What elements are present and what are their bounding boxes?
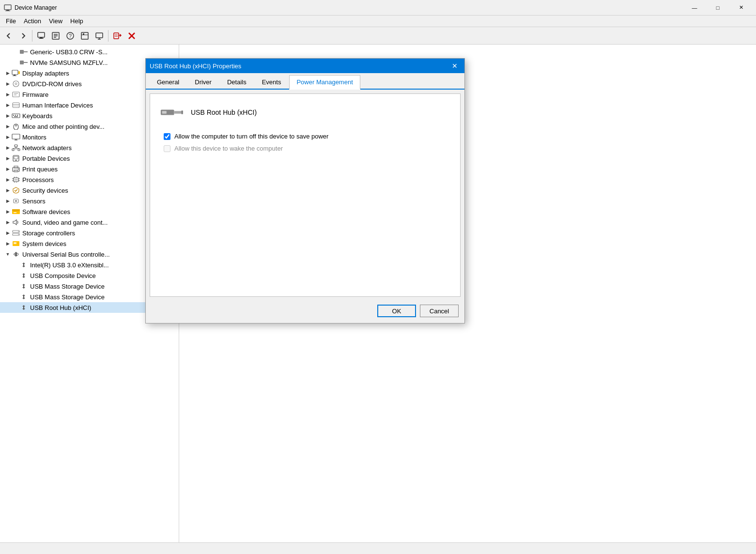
- svg-rect-26: [24, 62, 28, 63]
- label-security: Security devices: [22, 187, 68, 194]
- dialog-content: USB Root Hub (xHCI) Allow the computer t…: [150, 93, 461, 297]
- icon-generic-usb: [19, 47, 28, 56]
- expand-firmware: ▶: [4, 91, 12, 98]
- label-usb-mass2: USB Mass Storage Device: [30, 293, 105, 301]
- svg-rect-91: [174, 111, 183, 114]
- minimize-button[interactable]: —: [683, 0, 706, 15]
- expand-hid: ▶: [4, 101, 12, 109]
- icon-hid: [12, 101, 20, 109]
- svg-rect-44: [17, 115, 18, 116]
- svg-rect-28: [14, 75, 15, 76]
- icon-usb-mass1: [19, 282, 28, 291]
- svg-rect-54: [18, 149, 20, 151]
- label-mice: Mice and other pointing dev...: [22, 123, 105, 130]
- checkbox-row-allow-wake[interactable]: Allow this device to wake the computer: [164, 145, 450, 152]
- svg-rect-25: [20, 61, 24, 64]
- cancel-button[interactable]: Cancel: [420, 305, 459, 317]
- scan-button[interactable]: [78, 29, 92, 43]
- help-button[interactable]: ?: [63, 29, 77, 43]
- svg-rect-14: [83, 33, 84, 35]
- svg-rect-86: [14, 242, 16, 244]
- label-allow-wake: Allow this device to wake the computer: [174, 145, 283, 152]
- label-network: Network adapters: [22, 144, 72, 152]
- svg-point-88: [14, 254, 15, 255]
- icon-monitors: [12, 133, 20, 141]
- expand-system: ▶: [4, 240, 12, 247]
- label-hid: Human Interface Devices: [22, 102, 93, 109]
- label-software: Software devices: [22, 208, 70, 215]
- icon-system: [12, 239, 20, 248]
- checkbox-row-allow-off[interactable]: Allow the computer to turn off this devi…: [164, 133, 450, 140]
- svg-point-64: [18, 169, 19, 169]
- menu-action[interactable]: Action: [20, 16, 45, 26]
- dialog-footer: OK Cancel: [146, 301, 464, 323]
- svg-rect-29: [13, 76, 16, 76]
- svg-marker-80: [13, 220, 16, 225]
- tab-driver[interactable]: Driver: [187, 75, 219, 89]
- expand-usb-mass1: [12, 282, 19, 290]
- maximize-button[interactable]: □: [707, 0, 729, 15]
- svg-point-84: [18, 234, 19, 235]
- back-button[interactable]: [2, 29, 15, 43]
- checkbox-allow-wake[interactable]: [164, 145, 170, 152]
- label-nvme: NVMe SAMSUNG MZFLV...: [30, 59, 108, 66]
- close-button[interactable]: ✕: [730, 0, 752, 15]
- dialog-close-button[interactable]: ✕: [449, 60, 461, 72]
- tab-events[interactable]: Events: [255, 75, 289, 89]
- label-sound: Sound, video and game cont...: [22, 219, 108, 226]
- menu-file[interactable]: File: [2, 16, 20, 26]
- svg-rect-42: [13, 115, 14, 116]
- icon-nvme: [19, 58, 28, 67]
- icon-security: [12, 186, 20, 195]
- label-firmware: Firmware: [22, 91, 48, 98]
- checkbox-allow-off[interactable]: [164, 133, 170, 140]
- svg-line-56: [13, 148, 16, 149]
- device-name-text: USB Root Hub (xHCI): [191, 108, 257, 116]
- icon-print: [12, 165, 20, 173]
- label-sensors: Sensors: [22, 198, 46, 205]
- expand-intel-usb: [12, 261, 19, 269]
- dialog-title: USB Root Hub (xHCI) Properties: [150, 62, 449, 70]
- expand-usb-composite: [12, 272, 19, 279]
- icon-portable: [12, 154, 20, 163]
- tab-general[interactable]: General: [150, 75, 186, 89]
- label-allow-off: Allow the computer to turn off this devi…: [174, 133, 328, 140]
- menu-view[interactable]: View: [45, 16, 66, 26]
- expand-usb-controllers: ▼: [4, 250, 12, 258]
- label-usb-composite: USB Composite Device: [30, 272, 96, 279]
- menu-help[interactable]: Help: [66, 16, 87, 26]
- svg-rect-36: [13, 103, 19, 108]
- ok-button[interactable]: OK: [377, 305, 416, 317]
- svg-rect-2: [5, 11, 10, 11]
- status-bar: [0, 542, 756, 554]
- monitor-button[interactable]: [93, 29, 106, 43]
- computer-view-button[interactable]: [34, 29, 48, 43]
- svg-rect-24: [24, 51, 28, 52]
- svg-rect-3: [38, 32, 45, 37]
- expand-storage: ▶: [4, 229, 12, 237]
- svg-line-57: [16, 148, 19, 149]
- svg-rect-66: [15, 179, 17, 181]
- icon-intel-usb: [19, 261, 28, 269]
- icon-usb-composite: [19, 271, 28, 280]
- toolbar-separator-2: [108, 30, 108, 42]
- tree-item-generic-usb[interactable]: Generic- USB3.0 CRW -S...: [0, 46, 179, 57]
- expand-portable: ▶: [4, 154, 12, 162]
- properties-dialog: USB Root Hub (xHCI) Properties ✕ General…: [145, 58, 465, 323]
- expand-print: ▶: [4, 165, 12, 173]
- svg-rect-12: [81, 32, 88, 39]
- label-usb-root-hub: USB Root Hub (xHCI): [30, 304, 91, 311]
- expand-mice: ▶: [4, 123, 12, 130]
- remove-button[interactable]: [125, 29, 139, 43]
- add-device-button[interactable]: [110, 29, 124, 43]
- svg-rect-90: [162, 111, 167, 114]
- title-bar: Device Manager — □ ✕: [0, 0, 756, 15]
- tab-details[interactable]: Details: [220, 75, 254, 89]
- properties-button[interactable]: [49, 29, 62, 43]
- icon-usb-controllers: [12, 250, 20, 259]
- tab-power-management[interactable]: Power Management: [289, 75, 360, 90]
- forward-button[interactable]: [16, 29, 30, 43]
- icon-firmware: [12, 90, 20, 99]
- icon-processors: [12, 175, 20, 184]
- svg-rect-63: [14, 170, 18, 172]
